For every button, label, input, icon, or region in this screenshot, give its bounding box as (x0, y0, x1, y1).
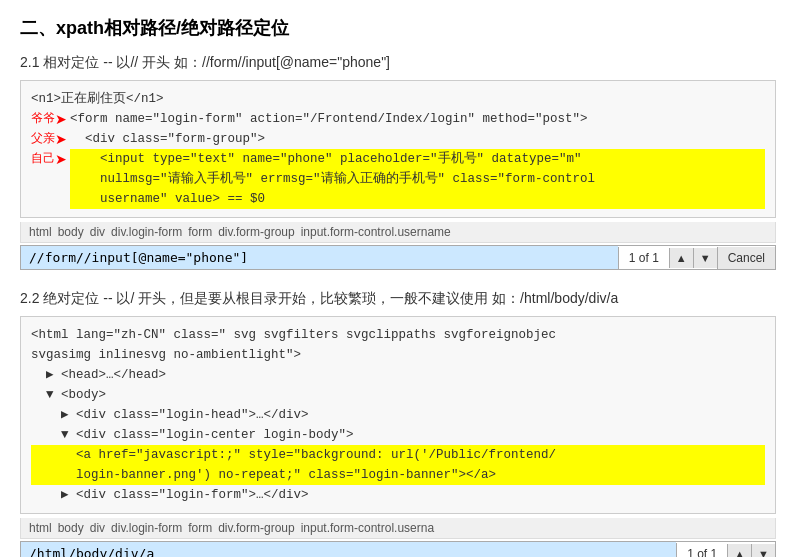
code-line-3b: nullmsg="请输入手机号" errmsg="请输入正确的手机号" clas… (70, 169, 765, 189)
code-line-2: <div class="form-group"> (70, 129, 765, 149)
bc2-form: form (188, 521, 212, 535)
code-line-1: <form name="login-form" action="/Fronten… (70, 109, 765, 129)
xpath-next-btn-1[interactable]: ▼ (693, 248, 717, 268)
section1-title: 2.1 相对定位 -- 以// 开头 如：//form//input[@name… (20, 54, 776, 72)
parent-label: 父亲 ➤ (31, 129, 68, 149)
code-line-3a: <input type="text" name="phone" placehol… (70, 149, 765, 169)
xpath-prev-btn-2[interactable]: ▲ (727, 544, 751, 558)
code-with-ancestor-labels: 爷爷 ➤ 父亲 ➤ 自己 ➤ <form name="login-form" a… (31, 109, 765, 209)
self-label: 自己 ➤ (31, 149, 68, 169)
bc-form: form (188, 225, 212, 239)
code2-line-6: <a href="javascript:;" style="background… (31, 445, 765, 465)
code2-line-5: ▼ <div class="login-center login-body"> (31, 425, 765, 445)
bc2-login-form: div.login-form (111, 521, 182, 535)
bc-html: html (29, 225, 52, 239)
code-block-1: <n1>正在刷住页</n1> 爷爷 ➤ 父亲 ➤ 自己 ➤ <fo (20, 80, 776, 218)
bc-login-form: div.login-form (111, 225, 182, 239)
breadcrumb-bar-1: html body div div.login-form form div.fo… (20, 222, 776, 243)
xpath-input-2[interactable] (21, 542, 676, 557)
self-label-cont2 (31, 189, 68, 209)
xpath-counter-2: 1 of 1 (676, 543, 727, 558)
bc2-form-group: div.form-group (218, 521, 294, 535)
code2-line-8: ▶ <div class="login-form">…</div> (31, 485, 765, 505)
grandparent-label: 爷爷 ➤ (31, 109, 68, 129)
code2-line-2: ▶ <head>…</head> (31, 365, 765, 385)
bc2-div: div (90, 521, 105, 535)
bc2-input: input.form-control.userna (301, 521, 434, 535)
cancel-btn-1[interactable]: Cancel (717, 247, 775, 269)
xpath-input-1[interactable] (21, 246, 618, 269)
bc2-body: body (58, 521, 84, 535)
bc2-html: html (29, 521, 52, 535)
code2-line-0: <html lang="zh-CN" class=" svg svgfilter… (31, 325, 765, 345)
xpath-bar-1: 1 of 1 ▲ ▼ Cancel (20, 245, 776, 270)
code-line-3c: username" value> == $0 (70, 189, 765, 209)
page-title: 二、xpath相对路径/绝对路径定位 (20, 16, 776, 40)
bc-form-group: div.form-group (218, 225, 294, 239)
code2-line-7: login-banner.png') no-repeat;" class="lo… (31, 465, 765, 485)
code2-line-4: ▶ <div class="login-head">…</div> (31, 405, 765, 425)
code2-line-3: ▼ <body> (31, 385, 765, 405)
breadcrumb-bar-2: html body div div.login-form form div.fo… (20, 518, 776, 539)
self-label-cont1 (31, 169, 68, 189)
ancestor-labels: 爷爷 ➤ 父亲 ➤ 自己 ➤ (31, 109, 70, 209)
section-relative-path: 2.1 相对定位 -- 以// 开头 如：//form//input[@name… (20, 54, 776, 270)
xpath-prev-btn-1[interactable]: ▲ (669, 248, 693, 268)
section2-title: 2.2 绝对定位 -- 以/ 开头，但是要从根目录开始，比较繁琐，一般不建议使用… (20, 290, 776, 308)
xpath-counter-1: 1 of 1 (618, 247, 669, 269)
section-absolute-path: 2.2 绝对定位 -- 以/ 开头，但是要从根目录开始，比较繁琐，一般不建议使用… (20, 290, 776, 557)
bc-body: body (58, 225, 84, 239)
code2-line-1: svgasimg inlinesvg no-ambientlight"> (31, 345, 765, 365)
xpath-next-btn-2[interactable]: ▼ (751, 544, 775, 558)
code-block-2: <html lang="zh-CN" class=" svg svgfilter… (20, 316, 776, 514)
bc-div: div (90, 225, 105, 239)
code-line-0: <n1>正在刷住页</n1> (31, 89, 765, 109)
code-area-1: <form name="login-form" action="/Fronten… (70, 109, 765, 209)
xpath-bar-2: 1 of 1 ▲ ▼ (20, 541, 776, 557)
bc-input: input.form-control.username (301, 225, 451, 239)
